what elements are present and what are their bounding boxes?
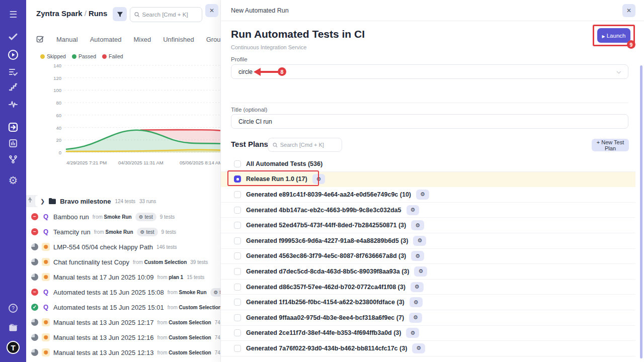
plan-settings-gear-button[interactable]: ⚙ [412, 343, 425, 353]
chart-box-icon[interactable] [0, 135, 26, 152]
plan-settings-gear-button[interactable]: ⚙ [411, 220, 424, 230]
test-plan-row[interactable]: Generated 4563ec86-3f79-4e5c-8087-8f7636… [221, 249, 635, 264]
plan-settings-gear-button[interactable]: ⚙ [413, 236, 426, 246]
run-row[interactable]: ✺Chat functinality test Copyfrom Custom … [26, 254, 221, 269]
run-row[interactable]: −QBamboo runfrom Smoke Run⚙test9 tests [26, 209, 221, 224]
run-row[interactable]: ✺Manual tests at 13 Jun 2025 12:17from C… [26, 315, 221, 330]
play-circle-icon[interactable] [0, 46, 26, 63]
plan-settings-gear-button[interactable]: ⚙ [411, 282, 424, 292]
launch-button[interactable]: ▶Launch [597, 28, 630, 43]
test-plan-row[interactable]: Generated 1f14b256-f0bc-4154-a622-b23800… [221, 295, 635, 310]
run-title: Bamboo run [53, 213, 89, 221]
test-plan-label: Generated d86c357f-57ee-462d-b702-0772ca… [246, 284, 406, 291]
chart-x-axis: 4/29/2025 7:21 PM04/30/2025 11:31 AM05/0… [41, 160, 221, 167]
annotation-badge-8: 8 [278, 67, 286, 76]
close-icon[interactable]: ✕ [622, 4, 635, 17]
plan-settings-gear-button[interactable]: ⚙ [406, 328, 419, 338]
test-plan-row[interactable]: Generated d7dec5cd-8cda-463d-8b5c-89039f… [221, 264, 635, 280]
annotation-badge-9: 9 [627, 40, 635, 49]
checkbox[interactable] [234, 222, 241, 229]
drawer-scrollbar[interactable] [640, 65, 642, 358]
test-plan-row[interactable]: Generated d86c357f-57ee-462d-b702-0772ca… [221, 280, 635, 295]
checkbox[interactable] [234, 237, 241, 244]
checkbox[interactable] [234, 329, 241, 336]
milestone-row[interactable]: ❯ Bravo milestone 124 tests 33 runs [26, 195, 221, 207]
test-plan-row[interactable]: Generated 9ffaaa02-975d-4b3e-8ee4-bcf318… [221, 310, 635, 326]
automated-run-icon: Q [42, 228, 50, 236]
checkbox[interactable] [234, 299, 241, 306]
tab-automated[interactable]: Automated [90, 36, 122, 43]
run-row[interactable]: −QAutomated tests at 15 Jun 2025 15:08fr… [26, 285, 221, 300]
run-source: from Custom Selection [157, 320, 211, 325]
steps-icon[interactable] [0, 78, 26, 96]
run-box-icon[interactable] [0, 119, 26, 136]
breadcrumb-page: Runs [89, 9, 108, 18]
test-plan-row[interactable]: Generated f99953c6-9d6a-4227-91a8-e4a882… [221, 233, 635, 249]
branch-icon[interactable] [0, 151, 26, 168]
filter-button[interactable] [113, 7, 127, 21]
breadcrumb-project[interactable]: Zyntra Spark [36, 9, 83, 18]
drawer-header: New Automated Run ✕ [221, 0, 644, 21]
plan-settings-gear-button[interactable]: ⚙ [409, 313, 422, 323]
run-row[interactable]: ✓QAutomated tests at 15 Jun 2025 15:01fr… [26, 300, 221, 315]
checkbox[interactable] [234, 314, 241, 321]
plan-settings-gear-button[interactable]: ⚙ [414, 266, 427, 277]
y-tick: 20 [41, 137, 61, 143]
plan-settings-gear-button[interactable]: ⚙ [411, 251, 424, 261]
pulse-icon[interactable] [0, 96, 26, 113]
list-check-icon[interactable] [0, 63, 26, 80]
plan-settings-gear-button[interactable]: ⚙ [312, 174, 326, 184]
search-input[interactable] [142, 12, 198, 18]
menu-icon[interactable]: ☰ [0, 6, 26, 23]
checkbox[interactable] [234, 252, 241, 259]
test-plan-row[interactable]: All Automated Tests (536) [221, 156, 635, 172]
title-field[interactable] [231, 114, 628, 129]
checkbox-checked[interactable] [234, 175, 241, 183]
check-icon[interactable] [0, 28, 26, 45]
test-plan-row[interactable]: Generated 4bb147ac-eb2c-4663-b99b-9c8e3c… [221, 203, 635, 218]
test-plans-search-input[interactable] [280, 142, 337, 148]
test-plan-row[interactable]: Generated 52ed47b5-473f-44ff-8ded-7b2842… [221, 218, 635, 233]
plan-settings-gear-button[interactable]: ⚙ [410, 297, 423, 307]
chevron-right-icon[interactable]: ❯ [40, 198, 45, 205]
test-plan-row[interactable]: Generated 2ce11f7d-38ef-44fe-b353-4f694f… [221, 326, 635, 341]
test-plan-label: Generated 2ce11f7d-38ef-44fe-b353-4f694f… [246, 329, 401, 336]
tab-manual[interactable]: Manual [56, 36, 78, 43]
checkbox[interactable] [234, 160, 241, 167]
run-source: from Custom Selection [157, 335, 211, 340]
help-icon[interactable]: ? [0, 300, 26, 317]
folders-icon[interactable] [0, 319, 26, 336]
test-plans-heading: Test Plans [231, 140, 268, 148]
checkbox[interactable] [234, 207, 241, 214]
tab-groups[interactable]: Groups [206, 36, 221, 43]
plan-settings-gear-button[interactable]: ⚙ [416, 190, 429, 200]
test-plan-row[interactable]: Generated e891c41f-8039-4e64-aa24-e0d56e… [221, 187, 635, 203]
runs-trend-chart: 020406080100120140 [41, 60, 221, 160]
run-row[interactable]: ✺Manual tests at 17 Jun 2025 10:09from p… [26, 269, 221, 285]
run-title: Manual tests at 13 Jun 2025 12:13 [53, 349, 153, 356]
drawer-close-left-button[interactable]: ✕ [205, 4, 218, 17]
tab-mixed[interactable]: Mixed [134, 36, 151, 43]
unfinished-status-icon [31, 349, 38, 356]
select-runs-icon[interactable] [36, 35, 44, 43]
milestone-tests-count: 124 tests [115, 199, 135, 204]
plan-settings-gear-button[interactable]: ⚙ [407, 205, 420, 215]
run-row[interactable]: ✺LMP-554 05/04 check Happy Path146 tests [26, 239, 221, 254]
run-row[interactable]: ✺Manual tests at 13 Jun 2025 12:16from C… [26, 330, 221, 345]
breadcrumb-separator: / [83, 9, 89, 18]
test-plan-row[interactable]: Generated 7a76f022-93d0-434b-b462-bb8114… [221, 341, 635, 356]
checkbox[interactable] [234, 345, 241, 352]
tab-unfinished[interactable]: Unfinished [163, 36, 194, 43]
run-row[interactable]: ✺Manual tests at 13 Jun 2025 12:13from C… [26, 345, 221, 360]
failed-status-icon: − [31, 289, 38, 296]
test-plan-row[interactable]: Release Run 1.0 (17)⚙ [221, 172, 635, 188]
checkbox[interactable] [234, 191, 241, 198]
user-avatar[interactable]: T [0, 339, 26, 356]
checkbox[interactable] [234, 284, 241, 291]
profile-select[interactable]: circle ⌵ [231, 64, 628, 79]
run-row[interactable]: −QTeamcity runfrom Smoke Run⚙test9 tests [26, 224, 221, 239]
checkbox[interactable] [234, 268, 241, 275]
gear-icon[interactable]: ⚙ [0, 172, 26, 189]
automated-run-icon: Q [42, 213, 50, 221]
new-test-plan-button[interactable]: + New Test Plan [592, 139, 629, 151]
